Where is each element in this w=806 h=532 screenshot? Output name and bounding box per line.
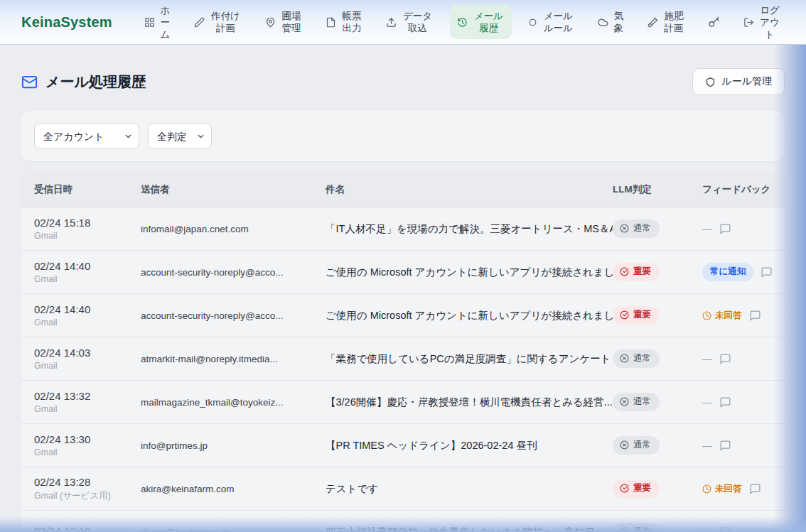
mail-subject: 「業務で使用しているPCの満足度調査」に関するアンケート ≪... <box>326 352 613 366</box>
page-title-text: メール処理履歴 <box>45 72 146 92</box>
comment-icon[interactable] <box>719 440 731 452</box>
received-datetime: 02/24 14:03 <box>34 347 141 359</box>
circle-x-icon <box>620 440 629 450</box>
comment-icon[interactable] <box>719 353 731 365</box>
rule-management-button[interactable]: ルール管理 <box>692 68 785 95</box>
column-header-received: 受信日時 <box>34 183 141 196</box>
mail-icon <box>21 74 38 90</box>
nav-item-key[interactable] <box>701 11 727 33</box>
table-row[interactable]: 02/24 12:10 digital@kochinews.jp 四万十福祉専門… <box>21 511 785 532</box>
received-datetime: 02/24 13:28 <box>34 476 141 488</box>
received-datetime: 02/24 14:40 <box>34 260 141 272</box>
flask-icon <box>648 17 658 28</box>
feedback-none-dash: — <box>702 223 712 234</box>
feedback-cell: 未回答 <box>702 483 772 495</box>
feedback-none-dash: — <box>702 353 712 364</box>
column-header-llm-judgement: LLM判定 <box>613 183 702 196</box>
feedback-none-dash: — <box>702 526 712 532</box>
nav-item-データ取込[interactable]: データ取込 <box>379 5 441 39</box>
llm-judgement-badge: 重要 <box>613 263 660 281</box>
column-header-sender: 送信者 <box>141 183 326 196</box>
nav-item-施肥計画[interactable]: 施肥計画 <box>640 5 692 39</box>
received-datetime: 02/24 13:30 <box>34 433 141 445</box>
document-icon <box>326 17 336 28</box>
feedback-cell: 常に通知 <box>702 263 773 281</box>
app-logo[interactable]: KeinaSystem <box>21 14 112 31</box>
pencil-icon <box>194 17 205 28</box>
table-row[interactable]: 02/24 13:28 Gmail (サービス用) akira@keinafar… <box>21 467 785 511</box>
feedback-unanswered-label: 未回答 <box>702 483 742 495</box>
account-filter-select[interactable]: 全アカウント <box>34 123 139 149</box>
nav-item-メール履歴[interactable]: メール履歴 <box>450 5 512 39</box>
check-circle-icon <box>620 484 629 493</box>
account-label: Gmail <box>34 274 141 284</box>
llm-judgement-badge: 通常 <box>613 436 660 455</box>
shield-icon <box>705 77 716 87</box>
upload-icon <box>386 17 397 28</box>
top-navigation-bar: KeinaSystem ホーム 作付け計画 圃場管理 帳票出力 データ取込 メー… <box>0 0 806 45</box>
key-icon <box>708 16 720 28</box>
sender-address: account-security-noreply@acco... <box>141 267 326 278</box>
comment-icon[interactable] <box>719 396 731 408</box>
table-body: 02/24 15:18 Gmail infomail@japan.cnet.co… <box>21 207 785 532</box>
nav-item-圃場管理[interactable]: 圃場管理 <box>258 5 309 39</box>
sender-address: atmarkit-mail@noreply.itmedia... <box>141 354 326 364</box>
clock-icon <box>702 311 711 320</box>
llm-judgement-badge: 通常 <box>613 523 660 532</box>
logout-icon <box>743 17 754 28</box>
account-label: Gmail <box>34 317 141 327</box>
nav-item-帳票出力[interactable]: 帳票出力 <box>318 5 370 39</box>
account-label: Gmail <box>34 231 141 241</box>
circle-x-icon <box>620 397 629 406</box>
feedback-always-notify-badge: 常に通知 <box>702 263 753 281</box>
mail-subject: 四万十福祉専門学校 学生募集しないまま閉校へ 高知県... <box>326 526 613 532</box>
table-row[interactable]: 02/24 13:32 Gmail mailmagazine_tkmail@to… <box>21 381 785 424</box>
nav-item-作付け計画[interactable]: 作付け計画 <box>187 5 249 39</box>
main-content: メール処理履歴 ルール管理 全アカウント 全判定 <box>0 68 806 532</box>
home-icon <box>144 17 155 28</box>
feedback-cell: — <box>702 223 772 235</box>
feedback-cell: — <box>702 396 772 408</box>
llm-judgement-badge: 通常 <box>613 219 660 238</box>
mail-subject: ご使用の Microsoft アカウントに新しいアプリが接続されました <box>326 266 613 279</box>
nav-item-ログアウト[interactable]: ログアウト <box>736 0 788 45</box>
feedback-cell: 未回答 <box>702 310 772 322</box>
nav-item-ホーム[interactable]: ホーム <box>137 0 178 45</box>
rule-management-label: ルール管理 <box>721 75 772 88</box>
table-row[interactable]: 02/24 14:40 Gmail account-security-norep… <box>21 251 785 294</box>
feedback-cell: — <box>702 353 772 365</box>
judgement-filter-select[interactable]: 全判定 <box>148 123 212 149</box>
check-circle-icon <box>620 310 629 320</box>
comment-icon[interactable] <box>761 266 773 278</box>
llm-judgement-badge: 通常 <box>613 349 660 368</box>
cloud-icon <box>598 17 608 28</box>
comment-icon[interactable] <box>719 223 731 235</box>
comment-icon[interactable] <box>749 310 761 322</box>
page-title: メール処理履歴 <box>21 72 146 92</box>
history-icon <box>457 17 468 28</box>
filter-bar: 全アカウント 全判定 <box>21 111 785 161</box>
column-header-feedback: フィードバック <box>702 183 772 196</box>
mail-subject: テストです <box>326 482 613 496</box>
table-row[interactable]: 02/24 15:18 Gmail infomail@japan.cnet.co… <box>21 207 785 251</box>
table-row[interactable]: 02/24 14:40 Gmail account-security-norep… <box>21 294 785 337</box>
received-datetime: 02/24 15:18 <box>34 217 141 229</box>
mail-subject: ご使用の Microsoft アカウントに新しいアプリが接続されました <box>326 309 613 322</box>
table-row[interactable]: 02/24 13:30 Gmail info@prtimes.jp 【PR TI… <box>21 424 785 467</box>
sender-address: akira@keinafarm.com <box>141 484 326 494</box>
main-nav: ホーム 作付け計画 圃場管理 帳票出力 データ取込 メール履歴 メールルール 気… <box>137 0 788 45</box>
nav-item-メールルール[interactable]: メールルール <box>521 5 581 39</box>
table-row[interactable]: 02/24 14:03 Gmail atmarkit-mail@noreply.… <box>21 337 785 381</box>
circle-x-icon <box>620 527 629 532</box>
llm-judgement-badge: 重要 <box>613 479 660 498</box>
clock-icon <box>702 484 711 494</box>
account-label: Gmail (サービス用) <box>34 490 141 502</box>
feedback-unanswered-label: 未回答 <box>702 310 742 322</box>
received-datetime: 02/24 14:40 <box>34 303 141 315</box>
sender-address: account-security-noreply@acco... <box>141 310 326 321</box>
comment-icon[interactable] <box>749 483 761 495</box>
received-datetime: 02/24 12:10 <box>34 525 141 532</box>
comment-icon[interactable] <box>719 526 731 532</box>
nav-item-気象[interactable]: 気象 <box>591 5 631 39</box>
mail-subject: 【3/26開催】慶応・岸教授登壇！横川電機責任者とみる経営... <box>326 396 613 409</box>
